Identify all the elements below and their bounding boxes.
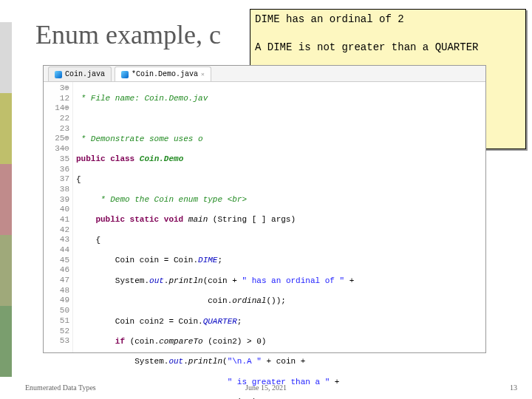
code-frag: println — [168, 276, 202, 285]
code-frag: compareTo — [159, 337, 208, 346]
line-number: 44 — [44, 245, 69, 256]
code-frag: public class — [76, 154, 140, 163]
line-number-gutter: 3⊕ 12 14⊕ 22 23 25⊕ 34⊖ 35 36 37 38 39 4… — [44, 82, 73, 352]
decorative-side-bars — [0, 22, 12, 377]
line-number: 50 — [44, 306, 69, 316]
code-frag: Coin.Demo — [140, 154, 183, 163]
line-number: 39 — [44, 195, 69, 205]
line-number: 40 — [44, 205, 69, 215]
line-number: 51 — [44, 316, 69, 327]
code-frag: * Demo the Coin enum type — [76, 195, 228, 204]
output-line: DIME has an ordinal of 2 — [255, 13, 404, 25]
tab-label: *Coin.Demo.java — [132, 70, 198, 78]
code-frag: + — [344, 276, 354, 285]
code-frag: (coin2) > 0) — [208, 337, 266, 346]
code-frag: out — [149, 276, 164, 285]
line-number: 14⊕ — [44, 103, 69, 114]
code-frag: public static void — [76, 215, 188, 224]
editor-tabs: Coin.java *Coin.Demo.java ✕ — [44, 66, 485, 82]
code-frag: out — [168, 357, 183, 366]
code-frag: main — [188, 215, 213, 224]
line-number: 3⊕ — [44, 83, 69, 94]
code-frag: { — [76, 236, 100, 245]
code-frag: * File name: Coin.Demo.jav — [76, 94, 208, 103]
footer-date: June 15, 2021 — [245, 383, 287, 392]
line-number: 35 — [44, 154, 69, 165]
code-frag: { — [76, 175, 81, 184]
code-frag: ; — [237, 317, 242, 326]
line-number: 45 — [44, 256, 69, 266]
slide: Enum example, c DIME has an ordinal of 2… — [0, 0, 532, 399]
line-number: 53 — [44, 336, 69, 347]
java-file-icon — [121, 71, 129, 78]
code-frag: "\n.A " — [228, 357, 262, 366]
tab-coin-java[interactable]: Coin.java — [48, 66, 112, 81]
code-frag: ( — [222, 357, 228, 366]
line-number: 12 — [44, 94, 69, 104]
line-number: 22 — [44, 114, 69, 124]
line-number: 37 — [44, 174, 69, 185]
code-frag: + — [330, 378, 339, 386]
code-frag: + coin + — [262, 357, 305, 366]
line-number: 46 — [44, 265, 69, 276]
code-frag: if — [76, 337, 130, 346]
bar-5 — [0, 306, 12, 377]
output-line: A DIME is not greater than a QUARTER — [255, 41, 478, 53]
java-file-icon — [55, 71, 62, 78]
footer-page-number: 13 — [510, 383, 517, 392]
line-number: 38 — [44, 185, 69, 195]
code-frag — [76, 378, 228, 386]
code-frag: QUARTER — [203, 317, 237, 326]
ide-editor: Coin.java *Coin.Demo.java ✕ 3⊕ 12 14⊕ 22… — [43, 65, 486, 353]
line-number: 47 — [44, 276, 69, 286]
code-frag: ordinal — [232, 296, 266, 305]
bar-1 — [0, 22, 12, 93]
tab-coin-demo-java[interactable]: *Coin.Demo.java ✕ — [115, 66, 211, 81]
code-area: 3⊕ 12 14⊕ 22 23 25⊕ 34⊖ 35 36 37 38 39 4… — [44, 82, 485, 352]
code-frag: coin. — [76, 296, 232, 305]
code-frag: * Demonstrate some uses o — [76, 134, 203, 143]
code-frag: <br> — [228, 195, 247, 204]
line-number: 52 — [44, 327, 69, 337]
code-frag: Coin coin2 = Coin. — [76, 317, 203, 326]
line-number: 23 — [44, 124, 69, 134]
code-frag: ()); — [266, 296, 285, 305]
code-frag: (String [ ] args) — [213, 215, 296, 224]
code-frag: println — [188, 357, 222, 366]
line-number: 48 — [44, 286, 69, 296]
code-frag: System. — [76, 357, 168, 366]
line-number: 34⊖ — [44, 144, 69, 154]
code-body[interactable]: * File name: Coin.Demo.jav * Demonstrate… — [73, 82, 485, 352]
line-number: 49 — [44, 296, 69, 306]
code-frag: (coin. — [130, 337, 160, 346]
footer-left: Enumerated Data Types — [25, 383, 96, 392]
code-frag: . — [183, 357, 188, 366]
line-number: 42 — [44, 225, 69, 236]
code-frag: (coin + — [203, 276, 242, 285]
bar-2 — [0, 93, 12, 164]
close-icon[interactable]: ✕ — [201, 71, 205, 78]
line-number: 41 — [44, 215, 69, 225]
code-frag: Coin coin = Coin. — [76, 256, 198, 265]
code-frag: " has an ordinal of " — [242, 276, 344, 285]
line-number: 43 — [44, 235, 69, 245]
bar-3 — [0, 164, 12, 235]
tab-label: Coin.java — [65, 70, 105, 78]
code-frag: System. — [76, 276, 149, 285]
code-frag: DIME — [198, 256, 217, 265]
line-number: 25⊕ — [44, 134, 69, 144]
bar-4 — [0, 235, 12, 306]
code-frag: ; — [217, 256, 222, 265]
slide-title: Enum example, c — [35, 19, 221, 50]
line-number: 36 — [44, 165, 69, 175]
